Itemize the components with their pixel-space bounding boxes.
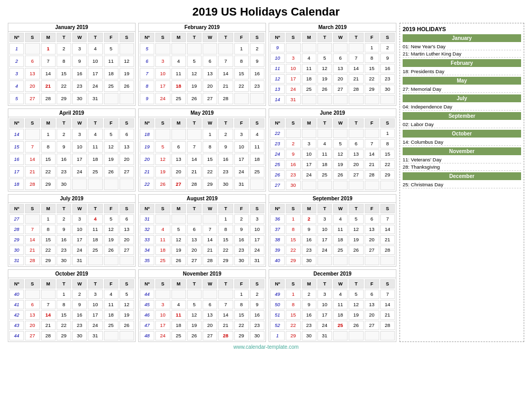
day-cell: 16 [250, 68, 264, 79]
day-cell: 16 [302, 310, 316, 320]
sidebar-month-header: December [403, 172, 521, 180]
day-cell: 12 [104, 141, 118, 153]
day-cell: 31 [286, 95, 300, 104]
day-header: S [25, 204, 39, 213]
day-cell: 9 [57, 141, 71, 153]
day-header: T [218, 118, 233, 128]
day-cell [250, 179, 264, 190]
day-cell: 21 [349, 74, 363, 84]
day-header: S [380, 118, 395, 128]
day-cell: 11 [302, 64, 316, 73]
day-cell: 29 [41, 256, 56, 265]
day-cell: 3 [72, 129, 87, 140]
day-cell [155, 214, 170, 224]
month-table-2: March 2019NºSMTWTFS912103456789111011121… [269, 23, 396, 106]
day-cell: 2 [57, 214, 71, 224]
week-number: 46 [140, 310, 154, 320]
day-cell: 23 [302, 245, 316, 255]
week-number: 26 [270, 170, 285, 180]
month-table-10: November 2019NºSMTWTFS441245345678946101… [138, 269, 266, 342]
day-cell: 22 [41, 245, 56, 255]
day-cell: 14 [349, 64, 363, 73]
day-cell: 7 [25, 141, 39, 153]
day-cell: 5 [155, 141, 170, 153]
day-header: W [203, 279, 217, 289]
day-cell [104, 93, 118, 104]
day-cell: 20 [349, 160, 363, 169]
day-cell [302, 129, 316, 138]
day-cell [187, 129, 202, 140]
day-cell: 15 [286, 235, 300, 244]
day-cell [380, 181, 395, 190]
day-cell: 13 [119, 141, 134, 153]
week-number: 29 [9, 235, 24, 244]
day-cell: 29 [234, 331, 249, 340]
day-cell: 11 [155, 235, 170, 244]
day-cell: 23 [57, 166, 71, 177]
week-number: 37 [270, 225, 285, 234]
month-table-7: August 2019NºSMTWTFS31123324567891033111… [138, 194, 266, 267]
day-cell: 26 [349, 321, 363, 330]
day-header: M [171, 33, 186, 42]
day-cell: 28 [41, 331, 56, 340]
day-cell: 10 [155, 68, 170, 79]
day-cell [286, 43, 300, 52]
day-header: W [333, 33, 348, 42]
page-title: 2019 US Holidays Calendar [192, 5, 340, 19]
day-cell [25, 290, 39, 299]
week-number: 48 [140, 331, 154, 340]
day-cell: 7 [218, 56, 233, 67]
day-header: F [104, 204, 118, 213]
day-cell [104, 331, 118, 340]
day-cell: 2 [250, 290, 264, 299]
day-cell [317, 129, 332, 138]
day-cell: 28 [218, 93, 233, 104]
day-cell: 21 [187, 166, 202, 177]
day-cell: 9 [72, 300, 87, 309]
day-cell: 8 [203, 141, 217, 153]
day-header: S [286, 33, 300, 42]
day-cell: 3 [155, 300, 170, 309]
sidebar: 2019 HOLIDAYS January01: New Year's Day2… [400, 23, 524, 342]
day-cell: 9 [57, 225, 71, 234]
day-cell: 25 [333, 321, 348, 330]
day-header: S [119, 204, 134, 213]
day-cell: 11 [250, 141, 264, 153]
day-header: F [234, 33, 249, 42]
day-cell: 1 [286, 214, 300, 224]
day-cell [250, 93, 264, 104]
day-cell: 16 [250, 310, 264, 320]
day-cell [218, 43, 233, 54]
day-cell [365, 256, 379, 265]
day-cell: 28 [218, 331, 233, 340]
week-number: 23 [270, 139, 285, 148]
day-cell: 17 [72, 235, 87, 244]
day-cell: 7 [25, 225, 39, 234]
day-cell: 8 [41, 141, 56, 153]
week-number: 11 [270, 64, 285, 73]
day-cell [333, 181, 348, 190]
day-cell: 10 [88, 300, 102, 309]
day-cell: 21 [41, 80, 56, 92]
day-header: M [41, 118, 56, 128]
day-cell: 2 [57, 43, 71, 54]
day-cell [171, 214, 186, 224]
day-cell [25, 129, 39, 140]
day-cell: 7 [203, 225, 217, 234]
day-cell: 31 [234, 179, 249, 190]
day-header: S [380, 33, 395, 42]
day-cell: 26 [155, 179, 170, 190]
day-cell: 28 [25, 179, 39, 190]
day-header: S [286, 204, 300, 213]
day-cell: 2 [218, 129, 233, 140]
day-cell: 9 [234, 225, 249, 234]
week-number: 9 [270, 43, 285, 52]
day-header: T [218, 33, 233, 42]
day-cell: 15 [218, 235, 233, 244]
day-cell: 8 [218, 225, 233, 234]
day-cell: 17 [317, 235, 332, 244]
day-header: F [104, 279, 118, 289]
week-number: 3 [9, 68, 24, 79]
day-cell: 10 [286, 64, 300, 73]
day-cell: 4 [333, 214, 348, 224]
